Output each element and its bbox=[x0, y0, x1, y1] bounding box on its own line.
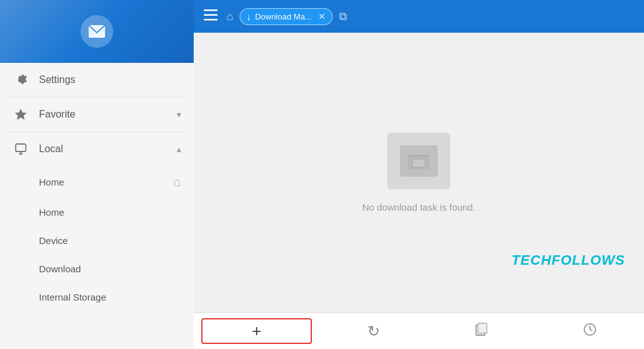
local-device-icon bbox=[13, 142, 29, 156]
download-tab[interactable]: ↓ Download Ma... ✕ bbox=[240, 8, 333, 25]
add-button[interactable]: + bbox=[201, 318, 312, 344]
watermark: TECHFOLLOWS bbox=[511, 252, 625, 269]
tab-label: Download Ma... bbox=[255, 12, 311, 21]
sidebar-item-local[interactable]: Local ▴ bbox=[0, 132, 194, 166]
sidebar-subitem-home1[interactable]: Home ⌂ bbox=[0, 166, 194, 198]
mail-icon bbox=[80, 15, 113, 48]
top-bar: ⌂ ↓ Download Ma... ✕ ⧉ bbox=[194, 0, 644, 33]
sidebar-subitem-download[interactable]: Download bbox=[0, 255, 194, 283]
files-icon bbox=[474, 322, 489, 341]
svg-rect-10 bbox=[413, 159, 425, 167]
svg-rect-12 bbox=[478, 323, 487, 333]
home1-label: Home bbox=[39, 177, 64, 187]
sidebar-subitem-internal-storage[interactable]: Internal Storage bbox=[0, 283, 194, 311]
refresh-icon: ↻ bbox=[367, 323, 380, 340]
sidebar-subitem-device[interactable]: Device bbox=[0, 226, 194, 255]
settings-label: Settings bbox=[39, 74, 181, 86]
svg-marker-1 bbox=[15, 109, 27, 120]
local-arrow-icon: ▴ bbox=[177, 144, 181, 154]
sidebar-item-settings[interactable]: Settings bbox=[0, 63, 194, 97]
home2-label: Home bbox=[39, 207, 64, 218]
sidebar-header bbox=[0, 0, 194, 63]
star-icon bbox=[13, 108, 29, 121]
topbar-home-icon[interactable]: ⌂ bbox=[226, 10, 233, 23]
empty-folder-icon bbox=[387, 133, 450, 189]
home-icon: ⌂ bbox=[174, 175, 181, 189]
svg-rect-7 bbox=[204, 19, 218, 21]
files-button[interactable] bbox=[428, 313, 536, 349]
add-icon: + bbox=[252, 321, 261, 341]
sidebar-item-favorite[interactable]: Favorite ▾ bbox=[0, 97, 194, 131]
device-label: Device bbox=[39, 235, 68, 246]
empty-folder-inner bbox=[400, 145, 438, 177]
empty-message: No download task is found. bbox=[362, 202, 475, 213]
svg-rect-2 bbox=[16, 144, 26, 152]
content-area: No download task is found. TECHFOLLOWS bbox=[194, 33, 644, 313]
main-content: ⌂ ↓ Download Ma... ✕ ⧉ No download task … bbox=[194, 0, 644, 349]
tab-extra-icon[interactable]: ⧉ bbox=[339, 10, 347, 23]
sidebar: Settings Favorite ▾ Local ▴ bbox=[0, 0, 194, 349]
menu-icon[interactable] bbox=[201, 7, 220, 26]
tab-close-icon[interactable]: ✕ bbox=[318, 11, 326, 21]
download-label: Download bbox=[39, 263, 81, 274]
internal-storage-label: Internal Storage bbox=[39, 292, 106, 302]
history-button[interactable] bbox=[536, 313, 644, 349]
sidebar-subitem-home2[interactable]: Home bbox=[0, 198, 194, 226]
sidebar-nav: Settings Favorite ▾ Local ▴ bbox=[0, 63, 194, 349]
refresh-button[interactable]: ↻ bbox=[319, 313, 428, 349]
history-icon bbox=[582, 322, 597, 341]
favorite-label: Favorite bbox=[39, 109, 177, 120]
svg-rect-5 bbox=[204, 9, 218, 11]
bottom-bar: + ↻ bbox=[194, 313, 644, 349]
local-label: Local bbox=[39, 143, 177, 155]
favorite-arrow-icon: ▾ bbox=[177, 109, 181, 119]
svg-rect-6 bbox=[204, 14, 218, 16]
gear-icon bbox=[13, 73, 29, 87]
download-arrow-icon: ↓ bbox=[247, 11, 252, 22]
